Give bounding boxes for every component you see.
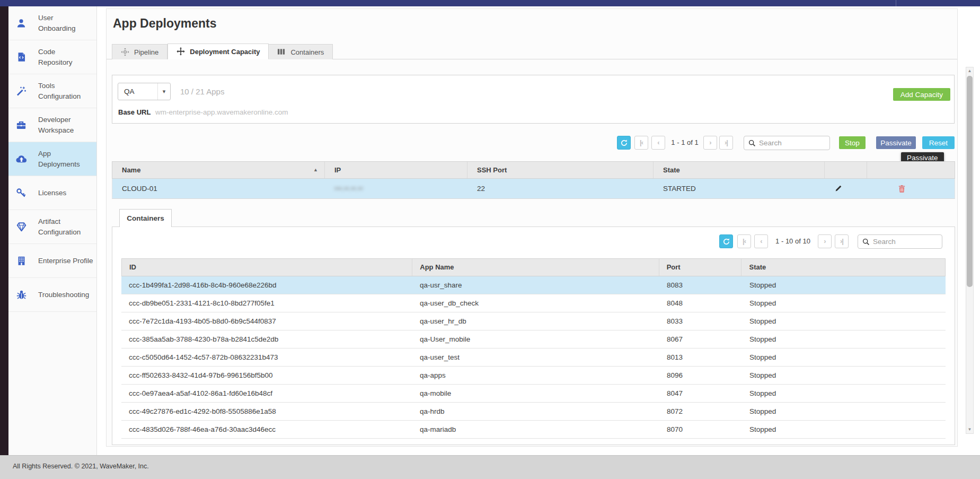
main-tabs: Pipeline Deployment Capacity Containers (107, 44, 957, 59)
sidebar-item-artifact-configuration[interactable]: Artifact Configuration (8, 210, 96, 244)
instance-state-cell: STARTED (654, 179, 825, 198)
stop-button[interactable]: Stop (839, 136, 866, 149)
container-state-cell: Stopped (742, 367, 946, 384)
reset-button[interactable]: Reset (922, 136, 955, 149)
sidebar-item-enterprise-profile[interactable]: Enterprise Profile (8, 244, 96, 278)
environment-select[interactable]: QA ▾ (118, 83, 171, 100)
containers-table-header: ID App Name Port State (121, 258, 946, 276)
code-repository-icon (15, 51, 27, 63)
column-header-name[interactable]: Name ▲ (112, 162, 325, 178)
tab-containers[interactable]: Containers (269, 44, 333, 59)
sidebar-item-code-repository[interactable]: Code Repository (8, 40, 96, 74)
pagination-last-button[interactable]: ›| (719, 136, 733, 150)
pagination-first-button[interactable]: |‹ (634, 136, 648, 150)
column-header-state[interactable]: State (654, 162, 825, 178)
sidebar-item-developer-workspace[interactable]: Developer Workspace (8, 108, 96, 142)
bug-icon (15, 289, 27, 301)
scroll-up-arrow[interactable]: ▲ (966, 67, 973, 75)
containers-pagination-last-button[interactable]: ›| (835, 234, 849, 248)
table-row[interactable]: CLOUD-01 •••.••.••.•• 22 STARTED (112, 179, 955, 199)
sidebar-item-label: Enterprise Profile (38, 256, 93, 266)
capacity-panel: QA ▾ 10 / 21 Apps Base URL wm-enterprise… (112, 75, 955, 124)
sidebar-item-tools-configuration[interactable]: Tools Configuration (8, 74, 96, 108)
container-app-name-cell: qa-apps (412, 367, 659, 384)
sidebar-item-label: App Deployments (38, 149, 80, 169)
refresh-button[interactable] (617, 136, 631, 150)
table-row[interactable]: ccc-4835d026-788f-46ea-a76d-30aac3d46ecc… (121, 421, 946, 439)
pencil-icon (834, 185, 842, 193)
container-app-name-cell: qa-user_test (412, 349, 659, 366)
table-row[interactable]: ccc-db9be051-2331-4121-8c10-8bd277f05fe1… (121, 294, 946, 312)
column-header-ip[interactable]: IP (325, 162, 467, 178)
cloud-upload-icon (15, 153, 27, 165)
table-row[interactable]: ccc-0e97aea4-a5af-4102-86a1-fd60e16b48cf… (121, 385, 946, 403)
magic-wand-icon (15, 85, 27, 97)
container-id-cell: ccc-7e72c1da-4193-4b05-b8d0-6b9c544f0837 (121, 312, 412, 330)
table-row[interactable]: ccc-49c27876-ed1c-4292-b0f8-5505886e1a58… (121, 403, 946, 421)
table-row[interactable]: ccc-c5050d64-1452-4c57-872b-08632231b473… (121, 349, 946, 367)
vertical-scrollbar: ▲ ▼ (966, 67, 974, 434)
container-app-name-cell: qa-User_mobile (412, 330, 659, 348)
passivate-button[interactable]: Passivate (876, 136, 916, 149)
base-url-value: wm-enterprise-app.wavemakeronline.com (155, 108, 288, 116)
containers-pagination-next-button[interactable]: › (818, 234, 832, 248)
search-input[interactable] (870, 238, 942, 246)
instances-table: Name ▲ IP SSH Port State CLOUD-01 •••.••… (112, 161, 955, 199)
containers-pagination-label: 1 - 10 of 10 (769, 234, 817, 248)
tab-pipeline[interactable]: Pipeline (112, 44, 167, 59)
tab-deployment-capacity[interactable]: Deployment Capacity (167, 43, 269, 59)
table-row[interactable]: ccc-ff502633-8432-41d4-97b6-996156bf5b00… (121, 367, 946, 385)
container-state-cell: Stopped (742, 421, 946, 438)
sidebar-item-app-deployments[interactable]: App Deployments (8, 142, 96, 176)
container-state-cell: Stopped (742, 330, 946, 348)
column-header-state[interactable]: State (741, 259, 945, 276)
container-state-cell: Stopped (742, 294, 946, 312)
pagination-next-button[interactable]: › (703, 136, 717, 150)
scroll-down-arrow[interactable]: ▼ (966, 426, 973, 433)
refresh-icon (722, 238, 730, 246)
sidebar-item-label: Artifact Configuration (38, 216, 81, 237)
table-row[interactable]: ccc-7e72c1da-4193-4b05-b8d0-6b9c544f0837… (121, 312, 946, 330)
sort-ascending-icon: ▲ (313, 162, 318, 178)
sidebar-item-licenses[interactable]: Licenses (8, 176, 96, 210)
instance-ip-cell: •••.••.••.•• (325, 179, 467, 198)
container-id-cell: ccc-4835d026-788f-46ea-a76d-30aac3d46ecc (121, 421, 412, 438)
container-id-cell: ccc-ff502633-8432-41d4-97b6-996156bf5b00 (121, 367, 412, 384)
containers-pagination-first-button[interactable]: |‹ (737, 234, 751, 248)
table-row[interactable]: ccc-1b499fa1-2d98-416b-8c4b-960e68e226bd… (121, 276, 946, 294)
search-input[interactable] (756, 139, 829, 147)
container-id-cell: ccc-49c27876-ed1c-4292-b0f8-5505886e1a58 (121, 403, 412, 420)
container-app-name-cell: qa-user_hr_db (412, 312, 659, 330)
app-window: User Onboarding Code Repository Tools Co… (0, 0, 980, 479)
table-row[interactable]: ccc-385aa5ab-3788-4230-b78a-b2841c5de2db… (121, 330, 946, 349)
sidebar-item-troubleshooting[interactable]: Troubleshooting (8, 278, 96, 312)
sidebar-item-label: Code Repository (38, 47, 73, 67)
column-header-port[interactable]: Port (659, 259, 742, 276)
containers-pagination-prev-button[interactable]: ‹ (754, 234, 768, 248)
sidebar-item-label: Licenses (38, 188, 66, 198)
add-capacity-button[interactable]: Add Capacity (893, 88, 950, 101)
containers-subtab[interactable]: Containers (119, 209, 172, 227)
pagination-prev-button[interactable]: ‹ (651, 136, 665, 150)
chevron-down-icon: ▾ (157, 83, 170, 100)
sidebar: User Onboarding Code Repository Tools Co… (0, 6, 97, 455)
container-port-cell: 8013 (659, 349, 742, 366)
containers-refresh-button[interactable] (719, 234, 733, 248)
sidebar-item-user-onboarding[interactable]: User Onboarding (8, 6, 96, 40)
key-icon (15, 187, 27, 199)
tab-label: Deployment Capacity (190, 48, 260, 56)
column-header-ssh-port[interactable]: SSH Port (467, 162, 654, 178)
container-port-cell: 8070 (659, 421, 742, 438)
scrollbar-thumb[interactable] (967, 76, 973, 287)
column-header-edit (825, 162, 867, 178)
column-header-id[interactable]: ID (122, 259, 412, 276)
trash-icon (898, 185, 906, 193)
container-port-cell: 8067 (659, 330, 742, 348)
container-id-cell: ccc-db9be051-2331-4121-8c10-8bd277f05fe1 (121, 294, 412, 312)
building-icon (15, 255, 27, 267)
column-header-app-name[interactable]: App Name (412, 259, 659, 276)
edit-instance-button[interactable] (825, 179, 867, 198)
delete-instance-button[interactable] (867, 179, 955, 198)
containers-search (858, 234, 942, 249)
apps-summary: 10 / 21 Apps (180, 87, 224, 96)
